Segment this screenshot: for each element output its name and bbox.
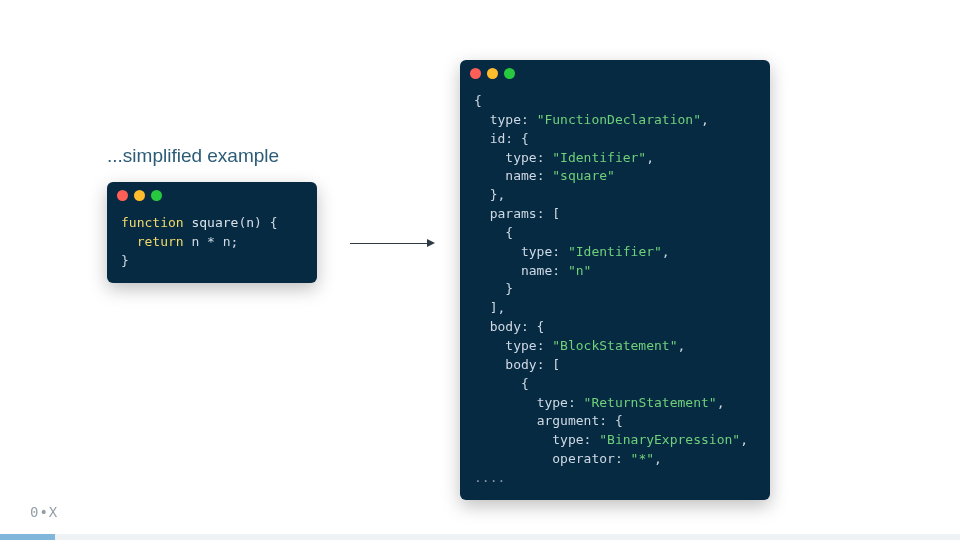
close-traffic-light-icon xyxy=(470,68,481,79)
code-content-left: function square(n) { return n * n; } xyxy=(107,208,317,283)
footer-logo: 0•X xyxy=(30,504,58,520)
caption-text: ...simplified example xyxy=(107,145,279,167)
window-titlebar xyxy=(460,60,770,86)
code-window-right: { type: "FunctionDeclaration", id: { typ… xyxy=(460,60,770,500)
code-window-left: function square(n) { return n * n; } xyxy=(107,182,317,283)
minimize-traffic-light-icon xyxy=(134,190,145,201)
zoom-traffic-light-icon xyxy=(151,190,162,201)
code-content-right: { type: "FunctionDeclaration", id: { typ… xyxy=(460,86,770,500)
arrow-icon xyxy=(350,243,435,244)
progress-track xyxy=(0,534,960,540)
progress-bar xyxy=(0,534,55,540)
minimize-traffic-light-icon xyxy=(487,68,498,79)
zoom-traffic-light-icon xyxy=(504,68,515,79)
close-traffic-light-icon xyxy=(117,190,128,201)
window-titlebar xyxy=(107,182,317,208)
